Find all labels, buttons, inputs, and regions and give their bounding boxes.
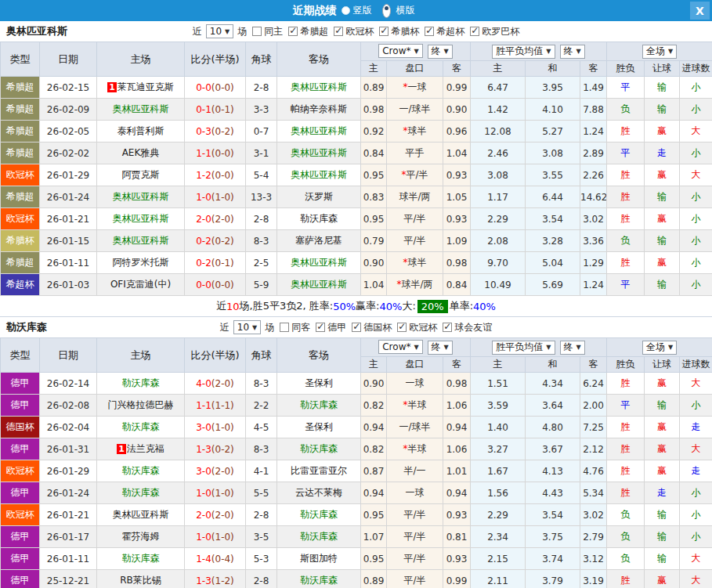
league-label: 希超杯 [436, 25, 464, 38]
avg-win-odds: 1.17 [471, 186, 526, 208]
match-date: 26-02-15 [40, 77, 97, 99]
handicap-result-cell: 输 [645, 504, 680, 526]
avg-win-odds: 2.08 [471, 230, 526, 252]
league-checkbox[interactable] [425, 27, 434, 36]
league-checkbox[interactable] [379, 27, 389, 36]
score-cell: 0-0(0-0) [185, 77, 246, 99]
goals-result-cell: 小 [680, 504, 712, 526]
league-type-badge: 希腊超 [1, 186, 40, 208]
goals-result-cell: 大 [680, 121, 712, 142]
handicap-result-cell: 输 [645, 230, 680, 252]
team-name: 奥林匹亚科斯 [291, 81, 347, 92]
team-name: 奥林匹亚科斯 [291, 257, 347, 268]
league-checkbox[interactable] [288, 27, 298, 36]
match-date: 26-01-17 [40, 526, 97, 548]
score-cell: 1-4(0-4) [185, 548, 246, 570]
league-checkbox[interactable] [397, 323, 407, 332]
team-name: 勒沃库森 [122, 487, 160, 498]
avg-loss-odds: 3.02 [580, 504, 607, 526]
score-cell: 0-2(0-1) [185, 252, 246, 274]
scope-select[interactable]: 全场▼ [642, 45, 677, 59]
stage-select[interactable]: 终▼ [560, 341, 585, 355]
away-team-cell: 勒沃库森 [277, 526, 361, 548]
avg-draw-odds: 5.69 [526, 274, 580, 296]
league-type-badge: 德国杯 [1, 417, 40, 438]
avg-loss-odds: 7.25 [580, 417, 607, 438]
match-date: 26-02-04 [40, 417, 97, 438]
scope-select[interactable]: 全场▼ [642, 341, 677, 355]
team-name: 阿贾克斯 [122, 169, 160, 180]
team-name: OFI克雷迪(中) [110, 279, 171, 290]
away-team-cell: 勒沃库森 [277, 395, 361, 417]
league-checkbox[interactable] [334, 27, 343, 36]
avg-win-odds: 1.40 [471, 417, 526, 438]
home-team-cell: OFI克雷迪(中) [97, 274, 185, 296]
home-team-cell: 奥林匹亚科斯 [97, 99, 185, 121]
score-cell: 1-0(1-0) [185, 526, 246, 548]
avg-loss-odds: 3.02 [580, 208, 607, 230]
vertical-layout-radio[interactable] [342, 6, 350, 15]
avg-draw-odds: 3.64 [526, 395, 580, 417]
avg-odds-select[interactable]: 胜平负均值▼ [492, 341, 555, 355]
home-odds: 0.95 [361, 208, 387, 230]
stage-select[interactable]: 终▼ [560, 45, 585, 59]
avg-draw-odds: 5.04 [526, 252, 580, 274]
league-label: 希腊超 [300, 25, 328, 38]
match-row: 希腊超 26-02-02 AEK雅典 1-1(0-0) 3-1 奥林匹亚科斯 0… [1, 142, 712, 164]
avg-odds-select[interactable]: 胜平负均值▼ [492, 45, 555, 59]
same-venue-checkbox[interactable] [252, 27, 262, 36]
match-count-select[interactable]: 10▼ [206, 24, 233, 38]
goals-result-cell: 小 [680, 274, 712, 296]
match-count-select[interactable]: 10▼ [233, 320, 261, 334]
home-odds: 1.04 [361, 274, 387, 296]
chevron-down-icon: ▼ [668, 344, 673, 351]
away-team-cell: 奥林匹亚科斯 [277, 142, 361, 164]
corners-cell: 3-3 [246, 99, 277, 121]
league-checkbox[interactable] [470, 27, 479, 36]
stage-select[interactable]: 终▼ [428, 45, 453, 59]
away-odds: 1.09 [443, 230, 471, 252]
bookmaker-select[interactable]: Crow*▼ [378, 340, 422, 354]
avg-win-odds: 2.34 [471, 526, 526, 548]
league-checkbox[interactable] [352, 323, 361, 332]
avg-win-odds: 1.56 [471, 482, 526, 504]
home-team-cell: 勒沃库森 [97, 460, 185, 482]
close-icon[interactable]: X [690, 2, 710, 20]
handicap: 一/球半 [387, 417, 443, 438]
avg-win-odds: 2.11 [471, 570, 526, 588]
chevron-down-icon: ▼ [414, 344, 418, 351]
league-type-badge: 德甲 [1, 373, 40, 395]
league-checkbox[interactable] [316, 323, 325, 332]
avg-draw-odds: 3.79 [526, 570, 580, 588]
team-name: 勒沃库森 [122, 421, 160, 432]
corners-cell: 4-5 [246, 417, 277, 438]
league-type-badge: 德甲 [1, 438, 40, 460]
team-name: 帕纳辛奈科斯 [291, 103, 347, 114]
handicap-result-cell: 输 [645, 526, 680, 548]
handicap-result-cell: 走 [645, 142, 680, 164]
corners-cell: 2-8 [246, 77, 277, 99]
chevron-down-icon: ▼ [576, 344, 581, 351]
corners-cell: 2-8 [246, 208, 277, 230]
avg-draw-odds: 3.28 [526, 230, 580, 252]
corners-cell: 8-3 [246, 373, 277, 395]
away-team-cell: 勒沃库森 [277, 504, 361, 526]
avg-win-odds: 2.29 [471, 208, 526, 230]
avg-win-odds: 2.46 [471, 142, 526, 164]
away-team-cell: 奥林匹亚科斯 [277, 77, 361, 99]
team-name: 莱瓦迪亚克斯 [117, 81, 174, 92]
avg-draw-odds: 4.43 [526, 482, 580, 504]
bookmaker-select[interactable]: Crow*▼ [378, 44, 422, 58]
team-name: 奥林匹亚科斯 [113, 213, 169, 224]
avg-win-odds: 12.08 [471, 121, 526, 142]
horizontal-layout-radio[interactable] [382, 4, 391, 18]
team-name: RB莱比锡 [120, 575, 161, 586]
stage-select[interactable]: 终▼ [428, 341, 453, 355]
avg-loss-odds: 2.12 [580, 438, 607, 460]
away-odds: 0.93 [443, 164, 471, 186]
goals-result-cell: 大 [680, 438, 712, 460]
avg-draw-odds: 3.08 [526, 142, 580, 164]
same-venue-checkbox[interactable] [280, 323, 289, 332]
league-checkbox[interactable] [443, 323, 452, 332]
home-odds: 0.90 [361, 373, 387, 395]
